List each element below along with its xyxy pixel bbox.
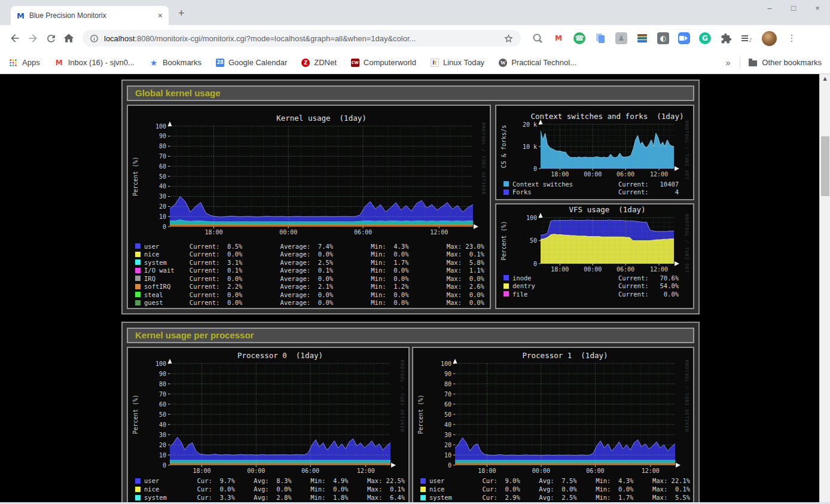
bookmark-label: Google Calendar <box>228 58 287 67</box>
page-info-icon[interactable] <box>90 34 99 43</box>
svg-text:Percent (%): Percent (%) <box>132 157 139 196</box>
page-content: Global kernel usage 01020304050607080901… <box>0 74 830 504</box>
section-per-processor: Kernel usage per processor 0102030405060… <box>121 322 700 504</box>
maximize-button[interactable]: □ <box>789 4 798 13</box>
legend-row: system Cur: 2.9% Avg: 2.5% Min: 1.7% Max… <box>420 493 693 502</box>
svg-text:Percent (%): Percent (%) <box>132 395 139 434</box>
legend-swatch <box>504 283 509 289</box>
copy-pages-extension-icon[interactable] <box>594 32 606 44</box>
scrollbar-thumb[interactable] <box>821 136 829 196</box>
bookmark-label: ZDNet <box>314 58 337 67</box>
context-switches-graph[interactable]: 010 k20 k18:0000:0006:0012:00Context swi… <box>495 105 694 200</box>
home-button[interactable] <box>60 29 78 47</box>
scrollbar[interactable]: ▲ <box>819 74 830 504</box>
bookmark-bookmarks[interactable]: ★Bookmarks <box>149 58 202 68</box>
svg-text:90: 90 <box>159 371 166 377</box>
section-title: Global kernel usage <box>135 88 221 98</box>
monitorix-favicon: M <box>17 11 25 20</box>
svg-text:30: 30 <box>159 432 166 438</box>
proc0-legend: user Cur: 9.7% Avg: 8.3% Min: 4.9% Max: … <box>128 476 408 504</box>
browser-menu-icon[interactable]: ⋮ <box>786 32 798 44</box>
window-close-button[interactable]: × <box>813 4 822 13</box>
forward-button[interactable] <box>24 29 42 47</box>
profile-avatar[interactable] <box>762 31 777 46</box>
svg-text:20: 20 <box>444 442 451 448</box>
gmail-extension-icon[interactable]: M <box>553 32 564 44</box>
proc1-graph-image[interactable]: 010203040506070809010018:0000:0006:0012:… <box>413 348 693 475</box>
bookmark-label: Linux Today <box>443 58 484 67</box>
legend-row: nice Current: 0.0% Average: 0.0% Min: 0.… <box>135 251 490 259</box>
address-bar[interactable]: localhost:8080/monitorix-cgi/monitorix.c… <box>83 30 521 47</box>
vfs-graph-image[interactable]: 05010018:0000:0006:0012:00VFS usage (1da… <box>496 204 693 273</box>
url-text[interactable]: localhost:8080/monitorix-cgi/monitorix.c… <box>104 34 498 43</box>
svg-text:40: 40 <box>444 421 451 428</box>
browser-tab[interactable]: M Blue Precision Monitorix × <box>11 6 169 25</box>
bookmark-computerworld[interactable]: CWComputerworld <box>351 58 416 67</box>
scroll-up-button[interactable]: ▲ <box>820 74 830 84</box>
books-extension-icon[interactable] <box>636 32 648 44</box>
svg-text:18:00: 18:00 <box>193 468 210 474</box>
grammarly-extension-icon[interactable]: G <box>699 32 711 44</box>
proc0-graph-image[interactable]: 010203040506070809010018:0000:0006:0012:… <box>128 348 408 475</box>
svg-text:12:00: 12:00 <box>357 468 375 474</box>
svg-text:18:00: 18:00 <box>205 229 222 236</box>
bookmark-label: Apps <box>22 58 40 67</box>
bookmark-practical-tech[interactable]: WPractical Technol... <box>499 58 576 67</box>
svg-text:10: 10 <box>159 213 166 220</box>
processor-1-graph[interactable]: 010203040506070809010018:0000:0006:0012:… <box>412 347 694 504</box>
svg-text:90: 90 <box>444 371 451 377</box>
svg-text:RRDTOOL / TOBI OETIKER: RRDTOOL / TOBI OETIKER <box>684 121 689 179</box>
bookmark-linux-today[interactable]: ltLinux Today <box>431 58 484 67</box>
legend-swatch <box>135 268 141 273</box>
svg-text:20: 20 <box>159 203 166 210</box>
legend-text: softIRQ Current: 2.2% Average: 2.1% Min:… <box>144 283 484 290</box>
svg-text:100: 100 <box>155 361 166 367</box>
legend-row: dentry Current: 54.0% <box>504 282 693 291</box>
legend-row: system Cur: 3.3% Avg: 2.8% Min: 1.8% Max… <box>135 493 408 502</box>
vfs-usage-graph[interactable]: 05010018:0000:0006:0012:00VFS usage (1da… <box>495 203 694 309</box>
legend-swatch <box>504 275 509 280</box>
legend-row: Context switches Current: 10407 <box>504 180 693 188</box>
kernel-legend: user Current: 8.5% Average: 7.4% Min: 4.… <box>128 242 490 307</box>
section-global-kernel: Global kernel usage 01020304050607080901… <box>121 80 700 314</box>
kernel-graph-image[interactable]: 010203040506070809010018:0000:0006:0012:… <box>128 106 490 241</box>
night-mode-extension-icon[interactable]: ◐ <box>657 32 669 44</box>
processor-0-graph[interactable]: 010203040506070809010018:0000:0006:0012:… <box>127 347 410 504</box>
bookmark-apps[interactable]: Apps <box>8 58 40 68</box>
svg-text:80: 80 <box>159 381 166 387</box>
legend-text: system Current: 3.1% Average: 2.5% Min: … <box>144 259 484 266</box>
voice-extension-icon[interactable]: ☎ <box>573 32 585 44</box>
minimize-button[interactable]: – <box>765 4 774 13</box>
video-camera-extension-icon[interactable] <box>678 32 690 44</box>
svg-text:10 k: 10 k <box>523 143 537 150</box>
new-tab-button[interactable]: + <box>178 7 185 20</box>
reload-button[interactable] <box>42 29 60 47</box>
svg-text:70: 70 <box>444 391 451 398</box>
extensions-puzzle-icon[interactable] <box>720 32 732 44</box>
svg-text:RRDTOOL / TOBI OETIKER: RRDTOOL / TOBI OETIKER <box>399 360 405 432</box>
context-graph-image[interactable]: 010 k20 k18:0000:0006:0012:00Context swi… <box>496 106 693 179</box>
svg-text:60: 60 <box>444 401 451 408</box>
search-extension-icon[interactable] <box>532 32 544 44</box>
bookmark-zdnet[interactable]: ZZDNet <box>301 58 337 67</box>
svg-text:00:00: 00:00 <box>584 266 602 273</box>
svg-text:60: 60 <box>159 401 166 408</box>
person-extension-icon[interactable]: ♟ <box>615 32 627 44</box>
bookmark-google-calendar[interactable]: 28Google Calendar <box>216 58 287 67</box>
bookmarks-overflow-icon[interactable]: » <box>726 58 731 68</box>
bookmark-star-icon[interactable] <box>504 33 514 44</box>
tab-close-icon[interactable]: × <box>158 11 163 20</box>
svg-text:0: 0 <box>163 462 166 469</box>
svg-text:18:00: 18:00 <box>551 266 569 273</box>
star-favicon: ★ <box>149 58 158 68</box>
bookmark-inbox[interactable]: MInbox (16) - sjvn0... <box>54 58 135 68</box>
svg-text:18:00: 18:00 <box>551 171 569 178</box>
back-button[interactable] <box>6 29 24 47</box>
other-bookmarks-button[interactable]: Other bookmarks <box>762 58 822 67</box>
legend-text: guest Current: 0.0% Average: 0.0% Min: 0… <box>144 299 484 306</box>
context-legend: Context switches Current: 10407Forks Cur… <box>496 180 693 196</box>
reading-list-extension-icon[interactable]: ♪ <box>741 32 753 44</box>
kernel-usage-graph[interactable]: 010203040506070809010018:0000:0006:0012:… <box>127 105 491 309</box>
svg-text:100: 100 <box>441 361 451 367</box>
bookmark-label: Practical Technol... <box>511 58 576 67</box>
